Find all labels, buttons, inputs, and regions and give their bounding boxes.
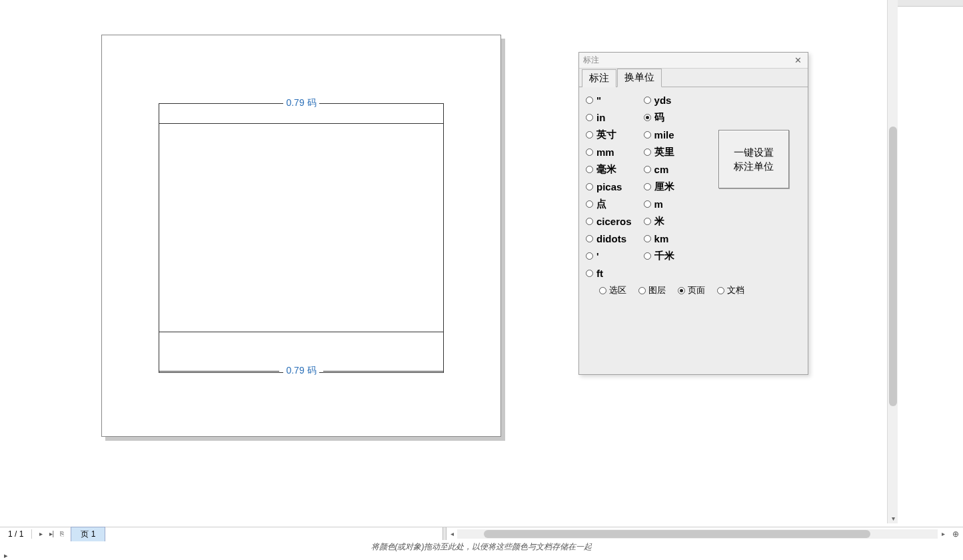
unit-label: 厘米 (654, 180, 674, 193)
radio-icon (586, 114, 593, 121)
scope-radio-2[interactable]: 页面 (678, 284, 705, 296)
unit-label: 英寸 (596, 129, 616, 141)
radio-icon (644, 114, 651, 121)
unit-radio-mm[interactable]: mm (586, 144, 632, 159)
page-tab-1[interactable]: 页 1 (71, 527, 105, 541)
radio-icon (586, 270, 593, 277)
radio-icon (638, 287, 646, 294)
radio-icon (644, 131, 651, 139)
radio-icon (644, 97, 651, 104)
unit-radio-cm[interactable]: cm (644, 162, 674, 176)
unit-radio-didots[interactable]: didots (586, 231, 632, 246)
unit-label: mile (654, 129, 674, 140)
tab-convert-unit[interactable]: 换单位 (617, 69, 662, 87)
add-page-icon[interactable]: ⎘ (57, 529, 67, 539)
unit-label: 千米 (654, 250, 674, 262)
unit-radio-x[interactable]: ' (586, 248, 632, 263)
vertical-scrollbar[interactable]: ▾ (887, 0, 898, 523)
vertical-scrollbar-thumb[interactable] (889, 127, 897, 406)
unit-label: 码 (654, 111, 664, 124)
dialog-title: 标注 (583, 55, 792, 66)
radio-icon (644, 235, 651, 242)
dimension-top[interactable]: 0.79 码 (159, 99, 444, 108)
unit-radio-英里[interactable]: 英里 (644, 144, 674, 159)
scroll-right-icon[interactable]: ▸ (938, 529, 948, 539)
unit-label: km (654, 233, 669, 244)
dimension-top-label: 0.79 码 (283, 97, 319, 109)
unit-radio-km[interactable]: km (644, 231, 674, 246)
horizontal-scrollbar[interactable] (457, 529, 938, 539)
radio-icon (644, 200, 651, 208)
radio-icon (644, 166, 651, 173)
status-hint-text: 将颜色(或对象)拖动至此处，以便将这些颜色与文档存储在一起 (371, 541, 592, 553)
dimension-bottom-label: 0.79 码 (283, 365, 319, 377)
scope-label: 选区 (609, 284, 626, 296)
last-page-icon[interactable]: ▸| (47, 529, 56, 539)
unit-label: ' (596, 250, 599, 262)
unit-radio-mile[interactable]: mile (644, 127, 674, 142)
unit-label: picas (596, 181, 622, 192)
unit-radio-x[interactable]: " (586, 93, 632, 107)
radio-icon (717, 287, 724, 294)
unit-radio-千米[interactable]: 千米 (644, 248, 674, 263)
bottom-bar: 1 / 1 ▸ ▸| ⎘ 页 1 ◂ ▸ ⊕ (0, 527, 963, 540)
close-icon[interactable]: ✕ (792, 55, 804, 67)
dimension-bottom[interactable]: 0.79 码 (159, 366, 444, 376)
horizontal-scrollbar-thumb[interactable] (484, 530, 870, 538)
radio-icon (586, 252, 593, 260)
radio-icon (586, 218, 593, 225)
unit-radio-m[interactable]: m (644, 196, 674, 211)
page-indicator: 1 / 1 (4, 529, 27, 539)
dim-line-right (323, 371, 444, 372)
radio-icon (586, 166, 593, 173)
scroll-down-icon[interactable]: ▾ (888, 513, 898, 523)
unit-radio-毫米[interactable]: 毫米 (586, 162, 632, 176)
scope-row: 选区图层页面文档 (599, 284, 744, 296)
scope-label: 页面 (688, 284, 705, 296)
inner-rectangle[interactable] (159, 123, 444, 332)
unit-radio-英寸[interactable]: 英寸 (586, 127, 632, 142)
radio-icon (644, 252, 651, 260)
unit-radio-yds[interactable]: yds (644, 93, 674, 107)
unit-label: 米 (654, 215, 664, 228)
unit-label: didots (596, 233, 626, 244)
unit-radio-ciceros[interactable]: ciceros (586, 214, 632, 228)
radio-icon (586, 183, 593, 190)
unit-radio-米[interactable]: 米 (644, 214, 674, 228)
unit-label: ciceros (596, 216, 632, 227)
scope-radio-1[interactable]: 图层 (638, 284, 666, 296)
dim-line-right (323, 103, 444, 104)
document-page[interactable]: 0.79 码 0.79 码 (101, 35, 501, 437)
unit-label: 点 (596, 198, 606, 210)
expand-arrow-icon[interactable]: ▸ (4, 551, 8, 560)
radio-icon (586, 131, 593, 139)
dialog-titlebar[interactable]: 标注 ✕ (579, 53, 808, 69)
radio-icon (586, 97, 593, 104)
unit-label: cm (654, 164, 669, 175)
scope-label: 图层 (648, 284, 666, 296)
annotation-dialog[interactable]: 标注 ✕ 标注 换单位 "in英寸mm毫米picas点cicerosdidots… (578, 52, 808, 375)
scroll-left-icon[interactable]: ◂ (447, 529, 457, 539)
unit-label: mm (596, 146, 614, 158)
zoom-icon[interactable]: ⊕ (950, 528, 962, 540)
tab-annotation[interactable]: 标注 (582, 69, 616, 87)
scope-radio-3[interactable]: 文档 (717, 284, 744, 296)
unit-radio-码[interactable]: 码 (644, 110, 674, 125)
page-navigator: 1 / 1 ▸ ▸| ⎘ 页 1 (0, 527, 109, 540)
unit-radio-in[interactable]: in (586, 110, 632, 125)
unit-radio-ft[interactable]: ft (586, 266, 632, 280)
unit-label: ft (596, 268, 603, 279)
scope-radio-0[interactable]: 选区 (599, 284, 626, 296)
unit-radio-点[interactable]: 点 (586, 196, 632, 211)
next-page-icon[interactable]: ▸ (36, 529, 45, 539)
unit-label: in (596, 112, 605, 123)
set-unit-button[interactable]: 一键设置 标注单位 (718, 130, 789, 188)
radio-icon (678, 287, 685, 294)
unit-radio-picas[interactable]: picas (586, 179, 632, 194)
scope-label: 文档 (727, 284, 744, 296)
unit-label: " (596, 95, 601, 106)
unit-label: 英里 (654, 146, 674, 158)
unit-label: m (654, 198, 663, 210)
unit-radio-厘米[interactable]: 厘米 (644, 179, 674, 194)
radio-icon (644, 183, 651, 190)
